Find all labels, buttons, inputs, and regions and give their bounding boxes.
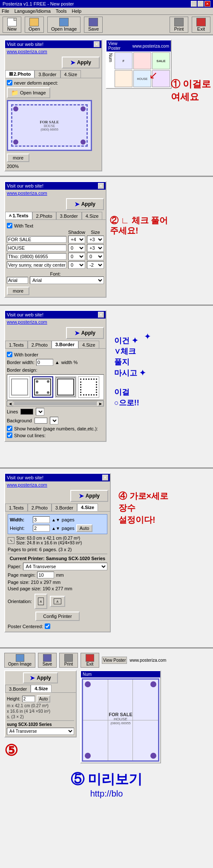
tab-photo-2[interactable]: 2.Photo (32, 212, 56, 219)
show-cutlines-checkbox[interactable] (7, 433, 12, 438)
border-width-input[interactable] (36, 359, 53, 366)
text-field-0[interactable] (7, 236, 66, 243)
shadow-select-1[interactable]: 0 (68, 244, 85, 252)
apply-button-5[interactable]: ➤ Apply (23, 672, 58, 683)
tab-size-2[interactable]: 4.Size (82, 212, 103, 219)
bg-dropdown[interactable]: ▼ (50, 417, 58, 424)
auto-btn-4[interactable]: Auto (76, 524, 93, 532)
print-button[interactable]: Print (170, 17, 188, 33)
save-button[interactable]: Save (84, 17, 103, 33)
landscape-btn[interactable]: A (50, 596, 65, 607)
tab-photo-4[interactable]: 2.Photo (28, 504, 52, 511)
size-select-0[interactable]: +3 (87, 236, 104, 243)
section1-panel: Visit our web site! ✕ www.posteriza.com … (4, 40, 102, 171)
text-field-3[interactable] (7, 262, 66, 268)
open-image-button[interactable]: Open Image (47, 17, 81, 33)
size-select-3[interactable]: -2 (87, 261, 104, 269)
website-url[interactable]: www.posteriza.com (7, 49, 47, 54)
size-select-2[interactable]: 0 (87, 253, 104, 260)
lines-dropdown[interactable]: ▼ (36, 408, 44, 416)
exit-button[interactable]: Exit (192, 17, 210, 33)
border-design-0[interactable] (9, 376, 30, 398)
border-scrollbar[interactable]: ◀ ▶ (7, 401, 104, 407)
website-url-4[interactable]: www.posteriza.com (7, 482, 47, 487)
border-design-3[interactable] (78, 376, 99, 398)
height-up-btn[interactable]: ▲▼ (52, 526, 60, 531)
tab-border-5[interactable]: 3.Border (5, 685, 31, 692)
width-input[interactable] (33, 516, 50, 523)
shadow-select-3[interactable]: 0 (68, 261, 85, 269)
size-select-1[interactable]: +3 (87, 244, 104, 252)
scroll-left-btn[interactable]: ◀ (7, 401, 13, 406)
font-name-input[interactable] (7, 277, 28, 284)
panel2-close[interactable]: ✕ (98, 183, 104, 189)
tab-texts-2[interactable]: A 1.Texts (5, 212, 32, 219)
tab-size-3[interactable]: 4.Size (78, 341, 99, 348)
tab-photo[interactable]: 🖼 2.Photo (5, 70, 35, 78)
panel3-close[interactable]: ✕ (98, 312, 104, 318)
print-btn-5[interactable]: Print (59, 653, 78, 668)
close-btn[interactable]: ✕ (204, 1, 210, 7)
text-field-1[interactable] (7, 245, 66, 251)
apply-button-4[interactable]: ➤ Apply (70, 490, 108, 502)
apply-button-2[interactable]: ➤ Apply (66, 198, 104, 210)
tab-border-3[interactable]: 3.Border (52, 341, 78, 348)
menu-file[interactable]: File (2, 9, 9, 14)
more-btn-1[interactable]: more (7, 154, 29, 162)
maximize-btn[interactable]: □ (198, 1, 204, 7)
show-header-checkbox[interactable] (7, 426, 12, 431)
tab-size-4[interactable]: 4.Size (77, 504, 98, 511)
minimize-btn[interactable]: _ (191, 1, 197, 7)
tab-photo-3[interactable]: 2.Photo (28, 341, 52, 348)
width-up-btn[interactable]: ▲▼ (52, 518, 60, 522)
text-field-2[interactable] (7, 253, 66, 260)
tab-texts-3[interactable]: 1.Texts (5, 341, 28, 348)
auto-btn-5[interactable]: Auto (37, 695, 51, 703)
apply-button-1[interactable]: ➤ Apply (62, 57, 100, 68)
panel4-close[interactable]: ✕ (102, 475, 108, 481)
lines-color[interactable] (20, 409, 33, 415)
size-header: Size (87, 230, 104, 235)
paper-select-5[interactable]: A4 Transverse (7, 728, 74, 735)
open-button[interactable]: Open (25, 17, 44, 33)
deform-row: never deform aspect: (7, 80, 100, 85)
tab-border-4[interactable]: 3.Border (52, 504, 77, 511)
menu-help[interactable]: Help (72, 9, 81, 14)
tab-border-2[interactable]: 3.Border (56, 212, 82, 219)
website-url-2[interactable]: www.posteriza.com (7, 191, 47, 196)
tab-border[interactable]: 3.Border (35, 70, 60, 78)
poster-centered-checkbox[interactable] (45, 623, 50, 629)
open-image-btn-5[interactable]: Open Image (4, 653, 35, 668)
shadow-select-0[interactable]: +4 (68, 236, 85, 243)
save-btn-5[interactable]: Save (38, 653, 57, 668)
background-row: Background ▼ (7, 417, 104, 424)
tab-size-5[interactable]: 4.Size (31, 685, 52, 692)
border-design-2[interactable] (55, 376, 76, 398)
more-btn-2[interactable]: more (7, 287, 29, 295)
bg-color[interactable] (35, 418, 47, 424)
section-5: Open Image Save Print Exit View Poster w… (0, 649, 213, 803)
border-design-1[interactable] (32, 376, 53, 398)
height-input-5[interactable] (22, 696, 35, 702)
menu-tools[interactable]: Tools (56, 9, 67, 14)
portrait-btn[interactable]: A (35, 594, 47, 609)
exit-btn-5[interactable]: Exit (81, 653, 99, 668)
font-select[interactable]: Arial (30, 276, 104, 284)
margin-input[interactable] (37, 572, 54, 578)
apply-button-3[interactable]: ➤ Apply (66, 327, 104, 339)
tab-texts-4[interactable]: 1.Texts (5, 504, 28, 511)
with-border-checkbox[interactable] (7, 352, 12, 357)
config-printer-btn[interactable]: Config Printer (35, 612, 79, 621)
shadow-select-2[interactable]: 0 (68, 253, 85, 260)
open-image-btn-1[interactable]: 📁 Open Image (7, 87, 50, 98)
deform-checkbox[interactable] (7, 80, 12, 85)
tab-size[interactable]: 4.Size (60, 70, 81, 78)
scroll-right-btn[interactable]: ▶ (98, 401, 104, 406)
new-button[interactable]: New (3, 17, 21, 33)
with-text-checkbox[interactable] (7, 223, 12, 228)
website-url-3[interactable]: www.posteriza.com (7, 319, 47, 324)
paper-select[interactable]: A4 Transverse (23, 563, 107, 570)
panel-close[interactable]: ✕ (94, 41, 100, 47)
height-input[interactable] (33, 525, 50, 532)
menu-language[interactable]: Language/Idioma (14, 9, 51, 14)
